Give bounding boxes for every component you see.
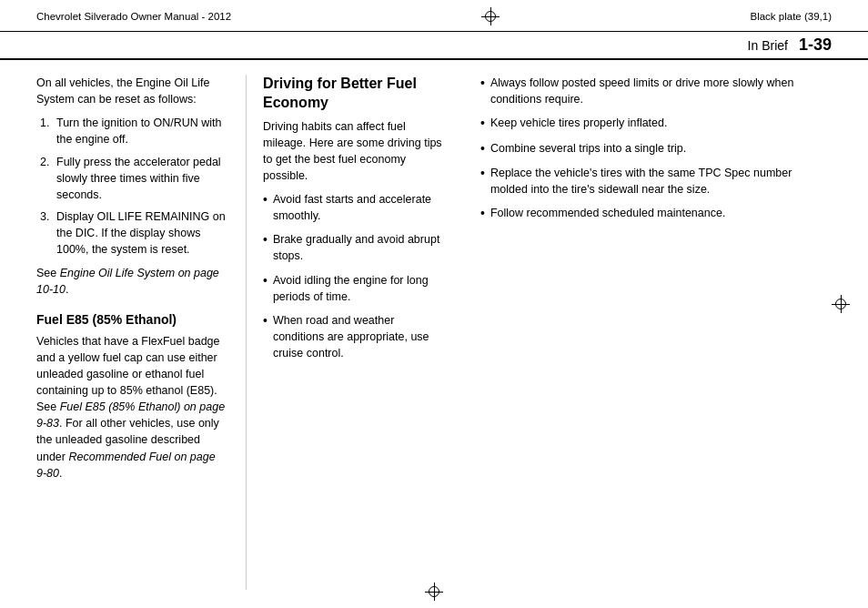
crosshair-circle [485,11,496,22]
header-right-text: Black plate (39,1) [750,11,832,22]
page-header: Chevrolet Silverado Owner Manual - 2012 … [0,0,868,32]
fuel-e85-heading: Fuel E85 (85% Ethanol) [36,311,227,328]
bottom-crosshair-circle [429,586,439,597]
right-tips-list: Always follow posted speed limits or dri… [480,75,832,222]
bottom-crosshair-icon [425,583,443,601]
page-number: 1-39 [799,35,832,55]
right-tip-5: Follow recommended scheduled maintenance… [480,205,832,222]
right-tip-3: Combine several trips into a single trip… [480,140,832,157]
left-column: On all vehicles, the Engine Oil Life Sys… [36,75,246,590]
right-tip-4: Replace the vehicle's tires with the sam… [480,165,832,198]
driving-tips-list: Avoid fast starts and accelerate smoothl… [263,191,446,361]
driving-economy-intro: Driving habits can affect fuel mileage. … [263,118,446,185]
right-tip-1: Always follow posted speed limits or dri… [480,75,832,107]
page-title-bar: In Brief 1-39 [0,32,868,60]
tip-4: When road and weather conditions are app… [263,312,446,361]
middle-column: Driving for Better Fuel Economy Driving … [246,75,464,590]
content-area: On all vehicles, the Engine Oil Life Sys… [0,60,868,604]
right-crosshair-circle [835,299,846,309]
right-tip-2: Keep vehicle tires properly inflated. [480,115,832,132]
right-crosshair-shape [832,295,850,313]
right-crosshair-icon [832,295,850,313]
bottom-crosshair-shape [425,583,443,601]
fuel-e85-text: Vehicles that have a FlexFuel badge and … [36,333,227,481]
tip-2: Brake gradually and avoid abrupt stops. [263,231,446,264]
oil-life-reference: See Engine Oil Life System on page 10-10… [36,265,227,298]
right-column: Always follow posted speed limits or dri… [464,75,832,590]
header-center [481,7,500,25]
oil-life-intro: On all vehicles, the Engine Oil Life Sys… [36,75,227,107]
header-left-text: Chevrolet Silverado Owner Manual - 2012 [36,11,231,22]
step-1: Turn the ignition to ON/RUN with the eng… [53,115,227,147]
step-3: Display OIL LIFE REMAINING on the DIC. I… [53,208,227,258]
step-2: Fully press the accelerator pedal slowly… [53,154,227,203]
driving-economy-heading: Driving for Better Fuel Economy [263,75,446,113]
section-title: In Brief [748,38,788,53]
top-crosshair-icon [481,7,500,25]
tip-1: Avoid fast starts and accelerate smoothl… [263,191,446,224]
page-wrapper: Chevrolet Silverado Owner Manual - 2012 … [0,0,868,608]
tip-3: Avoid idling the engine for long periods… [263,272,446,305]
oil-life-steps: Turn the ignition to ON/RUN with the eng… [53,115,227,258]
